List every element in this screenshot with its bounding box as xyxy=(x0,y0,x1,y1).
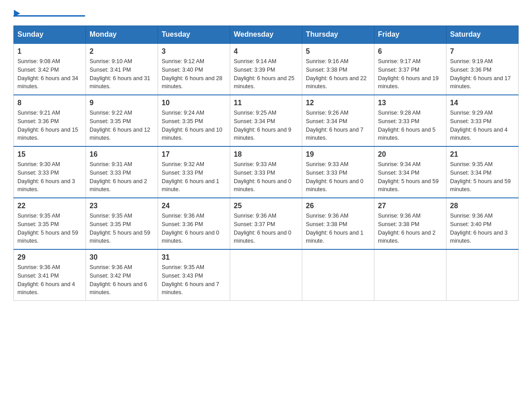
day-number: 15 xyxy=(17,150,82,158)
day-info: Sunrise: 9:35 AMSunset: 3:35 PMDaylight:… xyxy=(90,212,154,245)
day-info: Sunrise: 9:36 AMSunset: 3:36 PMDaylight:… xyxy=(162,212,226,245)
table-row: 2Sunrise: 9:10 AMSunset: 3:41 PMDaylight… xyxy=(86,43,158,95)
day-info: Sunrise: 9:36 AMSunset: 3:38 PMDaylight:… xyxy=(378,212,442,245)
day-number: 2 xyxy=(90,47,154,56)
day-info: Sunrise: 9:17 AMSunset: 3:37 PMDaylight:… xyxy=(378,57,442,91)
day-info: Sunrise: 9:29 AMSunset: 3:33 PMDaylight:… xyxy=(450,109,515,142)
table-row: 10Sunrise: 9:24 AMSunset: 3:35 PMDayligh… xyxy=(158,95,230,146)
day-number: 18 xyxy=(234,150,298,158)
day-number: 19 xyxy=(306,150,370,158)
day-number: 21 xyxy=(450,150,515,158)
calendar-header-row: SundayMondayTuesdayWednesdayThursdayFrid… xyxy=(14,26,519,44)
day-number: 20 xyxy=(378,150,442,158)
day-info: Sunrise: 9:35 AMSunset: 3:35 PMDaylight:… xyxy=(17,212,82,245)
day-info: Sunrise: 9:08 AMSunset: 3:42 PMDaylight:… xyxy=(17,57,82,91)
table-row: 16Sunrise: 9:31 AMSunset: 3:33 PMDayligh… xyxy=(86,146,158,198)
day-info: Sunrise: 9:32 AMSunset: 3:33 PMDaylight:… xyxy=(162,160,226,194)
day-info: Sunrise: 9:24 AMSunset: 3:35 PMDaylight:… xyxy=(162,109,226,142)
table-row: 9Sunrise: 9:22 AMSunset: 3:35 PMDaylight… xyxy=(86,95,158,146)
day-info: Sunrise: 9:34 AMSunset: 3:34 PMDaylight:… xyxy=(378,160,442,194)
day-number: 31 xyxy=(162,253,226,261)
week-row-5: 29Sunrise: 9:36 AMSunset: 3:41 PMDayligh… xyxy=(14,249,519,301)
table-row: 4Sunrise: 9:14 AMSunset: 3:39 PMDaylight… xyxy=(230,43,302,95)
table-row: 8Sunrise: 9:21 AMSunset: 3:36 PMDaylight… xyxy=(14,95,86,146)
day-number: 7 xyxy=(450,47,515,56)
logo-arrow-icon xyxy=(14,10,20,17)
day-info: Sunrise: 9:36 AMSunset: 3:37 PMDaylight:… xyxy=(234,212,298,245)
table-row: 3Sunrise: 9:12 AMSunset: 3:40 PMDaylight… xyxy=(158,43,230,95)
logo xyxy=(13,9,85,17)
day-info: Sunrise: 9:33 AMSunset: 3:33 PMDaylight:… xyxy=(234,160,298,194)
day-number: 24 xyxy=(162,202,226,210)
day-number: 27 xyxy=(378,202,442,210)
day-info: Sunrise: 9:35 AMSunset: 3:34 PMDaylight:… xyxy=(450,160,515,194)
header-thursday: Thursday xyxy=(302,26,374,44)
table-row: 27Sunrise: 9:36 AMSunset: 3:38 PMDayligh… xyxy=(374,198,446,249)
table-row: 26Sunrise: 9:36 AMSunset: 3:38 PMDayligh… xyxy=(302,198,374,249)
table-row: 31Sunrise: 9:35 AMSunset: 3:43 PMDayligh… xyxy=(158,249,230,301)
day-info: Sunrise: 9:14 AMSunset: 3:39 PMDaylight:… xyxy=(234,57,298,91)
day-info: Sunrise: 9:22 AMSunset: 3:35 PMDaylight:… xyxy=(90,109,154,142)
day-info: Sunrise: 9:30 AMSunset: 3:33 PMDaylight:… xyxy=(17,160,82,194)
day-info: Sunrise: 9:33 AMSunset: 3:33 PMDaylight:… xyxy=(306,160,370,194)
table-row: 18Sunrise: 9:33 AMSunset: 3:33 PMDayligh… xyxy=(230,146,302,198)
day-info: Sunrise: 9:36 AMSunset: 3:41 PMDaylight:… xyxy=(17,263,82,297)
table-row: 20Sunrise: 9:34 AMSunset: 3:34 PMDayligh… xyxy=(374,146,446,198)
day-info: Sunrise: 9:25 AMSunset: 3:34 PMDaylight:… xyxy=(234,109,298,142)
day-number: 10 xyxy=(162,99,226,107)
day-number: 12 xyxy=(306,99,370,107)
table-row: 30Sunrise: 9:36 AMSunset: 3:42 PMDayligh… xyxy=(86,249,158,301)
page-header xyxy=(13,9,519,17)
table-row: 17Sunrise: 9:32 AMSunset: 3:33 PMDayligh… xyxy=(158,146,230,198)
day-number: 14 xyxy=(450,99,515,107)
header-sunday: Sunday xyxy=(14,26,86,44)
day-number: 17 xyxy=(162,150,226,158)
table-row: 13Sunrise: 9:28 AMSunset: 3:33 PMDayligh… xyxy=(374,95,446,146)
calendar-table: SundayMondayTuesdayWednesdayThursdayFrid… xyxy=(13,26,519,301)
day-info: Sunrise: 9:12 AMSunset: 3:40 PMDaylight:… xyxy=(162,57,226,91)
day-number: 29 xyxy=(17,253,82,261)
table-row xyxy=(446,249,519,301)
day-number: 5 xyxy=(306,47,370,56)
header-tuesday: Tuesday xyxy=(158,26,230,44)
table-row: 19Sunrise: 9:33 AMSunset: 3:33 PMDayligh… xyxy=(302,146,374,198)
day-number: 22 xyxy=(17,202,82,210)
table-row: 22Sunrise: 9:35 AMSunset: 3:35 PMDayligh… xyxy=(14,198,86,249)
logo-underline xyxy=(13,15,85,17)
day-info: Sunrise: 9:31 AMSunset: 3:33 PMDaylight:… xyxy=(90,160,154,194)
table-row: 21Sunrise: 9:35 AMSunset: 3:34 PMDayligh… xyxy=(446,146,519,198)
day-info: Sunrise: 9:28 AMSunset: 3:33 PMDaylight:… xyxy=(378,109,442,142)
table-row xyxy=(230,249,302,301)
day-number: 16 xyxy=(90,150,154,158)
day-info: Sunrise: 9:36 AMSunset: 3:42 PMDaylight:… xyxy=(90,263,154,297)
day-number: 8 xyxy=(17,99,82,107)
week-row-4: 22Sunrise: 9:35 AMSunset: 3:35 PMDayligh… xyxy=(14,198,519,249)
day-number: 30 xyxy=(90,253,154,261)
table-row: 29Sunrise: 9:36 AMSunset: 3:41 PMDayligh… xyxy=(14,249,86,301)
week-row-2: 8Sunrise: 9:21 AMSunset: 3:36 PMDaylight… xyxy=(14,95,519,146)
table-row: 5Sunrise: 9:16 AMSunset: 3:38 PMDaylight… xyxy=(302,43,374,95)
day-number: 23 xyxy=(90,202,154,210)
table-row: 25Sunrise: 9:36 AMSunset: 3:37 PMDayligh… xyxy=(230,198,302,249)
day-number: 3 xyxy=(162,47,226,56)
day-number: 6 xyxy=(378,47,442,56)
table-row: 7Sunrise: 9:19 AMSunset: 3:36 PMDaylight… xyxy=(446,43,519,95)
day-number: 4 xyxy=(234,47,298,56)
day-info: Sunrise: 9:36 AMSunset: 3:40 PMDaylight:… xyxy=(450,212,515,245)
table-row: 24Sunrise: 9:36 AMSunset: 3:36 PMDayligh… xyxy=(158,198,230,249)
day-info: Sunrise: 9:35 AMSunset: 3:43 PMDaylight:… xyxy=(162,263,226,297)
day-number: 9 xyxy=(90,99,154,107)
day-number: 26 xyxy=(306,202,370,210)
header-wednesday: Wednesday xyxy=(230,26,302,44)
header-saturday: Saturday xyxy=(446,26,519,44)
day-number: 25 xyxy=(234,202,298,210)
day-number: 13 xyxy=(378,99,442,107)
table-row: 23Sunrise: 9:35 AMSunset: 3:35 PMDayligh… xyxy=(86,198,158,249)
day-number: 28 xyxy=(450,202,515,210)
table-row xyxy=(374,249,446,301)
table-row: 28Sunrise: 9:36 AMSunset: 3:40 PMDayligh… xyxy=(446,198,519,249)
header-monday: Monday xyxy=(86,26,158,44)
day-info: Sunrise: 9:36 AMSunset: 3:38 PMDaylight:… xyxy=(306,212,370,245)
table-row xyxy=(302,249,374,301)
day-number: 11 xyxy=(234,99,298,107)
